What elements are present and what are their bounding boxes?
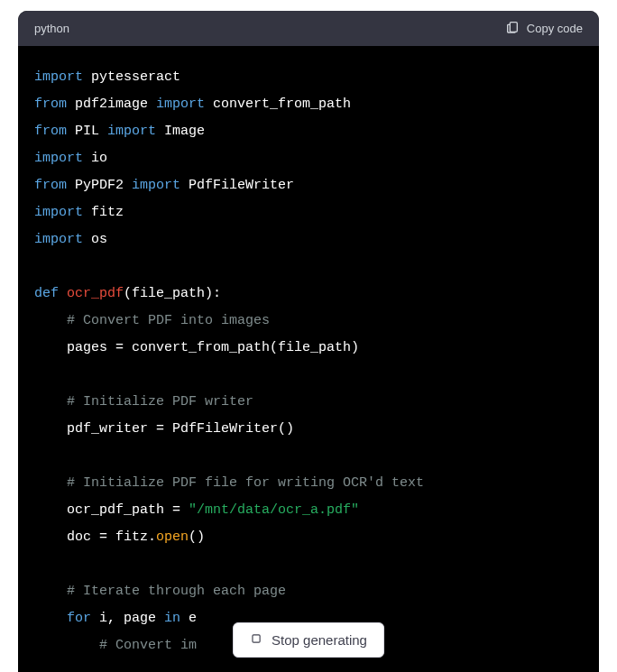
code-indent: [34, 502, 67, 518]
code-header: python Copy code: [18, 11, 599, 46]
code-text: convert_from_path: [205, 97, 351, 112]
keyword-import: import: [107, 124, 156, 139]
code-text: (): [189, 529, 205, 545]
keyword-for: for: [67, 611, 91, 626]
copy-code-button[interactable]: Copy code: [505, 20, 583, 37]
code-text: PIL: [67, 124, 107, 139]
code-indent: [34, 475, 67, 491]
code-indent: [34, 584, 67, 599]
string-literal: "/mnt/data/ocr_a.pdf": [189, 502, 359, 518]
code-text: e: [180, 611, 197, 626]
code-indent: [34, 611, 67, 626]
keyword-import: import: [132, 178, 180, 193]
code-text: pages = convert_from_path(file_path): [67, 340, 359, 355]
code-text: i, page: [91, 611, 164, 626]
keyword-in: in: [164, 611, 180, 626]
svg-rect-1: [253, 635, 260, 642]
code-indent: [34, 638, 99, 653]
code-text: PyPDF2: [67, 178, 132, 193]
code-indent: [34, 421, 67, 437]
code-text: Image: [156, 124, 205, 139]
code-text: os: [83, 232, 107, 247]
code-comment: # Initialize PDF writer: [67, 394, 253, 410]
code-text: pdf_writer = PdfFileWriter(): [67, 421, 294, 437]
code-indent: [34, 313, 67, 328]
code-text: pdf2image: [67, 97, 156, 112]
code-text: pytesseract: [83, 69, 180, 85]
stop-generating-button[interactable]: Stop generating: [233, 622, 384, 658]
svg-rect-0: [510, 23, 517, 32]
code-text: ocr_pdf_path =: [67, 502, 189, 518]
stop-icon: [250, 632, 262, 648]
code-text: io: [83, 151, 107, 166]
function-name: ocr_pdf: [59, 286, 124, 301]
keyword-import: import: [34, 151, 83, 166]
keyword-import: import: [34, 205, 83, 220]
keyword-def: def: [34, 286, 59, 301]
keyword-import: import: [34, 232, 83, 247]
keyword-from: from: [34, 124, 67, 139]
copy-code-label: Copy code: [527, 22, 583, 35]
keyword-from: from: [34, 178, 67, 193]
code-comment: # Initialize PDF file for writing OCR'd …: [67, 475, 424, 491]
code-comment: # Convert im: [99, 638, 197, 653]
code-indent: [34, 340, 67, 355]
code-block: python Copy code import pytesseract from…: [18, 11, 599, 672]
code-indent: [34, 394, 67, 410]
code-text: PdfFileWriter: [180, 178, 294, 193]
method-call: open: [156, 529, 189, 545]
code-comment: # Convert PDF into images: [67, 313, 270, 328]
stop-generating-label: Stop generating: [272, 632, 367, 648]
keyword-from: from: [34, 97, 67, 112]
code-indent: [34, 529, 67, 545]
keyword-import: import: [34, 69, 83, 85]
clipboard-icon: [505, 20, 520, 37]
keyword-import: import: [156, 97, 205, 112]
code-text: (file_path):: [124, 286, 221, 301]
language-label: python: [34, 22, 69, 35]
code-text: fitz: [83, 205, 124, 220]
code-comment: # Iterate through each page: [67, 584, 286, 599]
code-text: doc = fitz.: [67, 529, 156, 545]
code-content: import pytesseract from pdf2image import…: [18, 46, 599, 672]
